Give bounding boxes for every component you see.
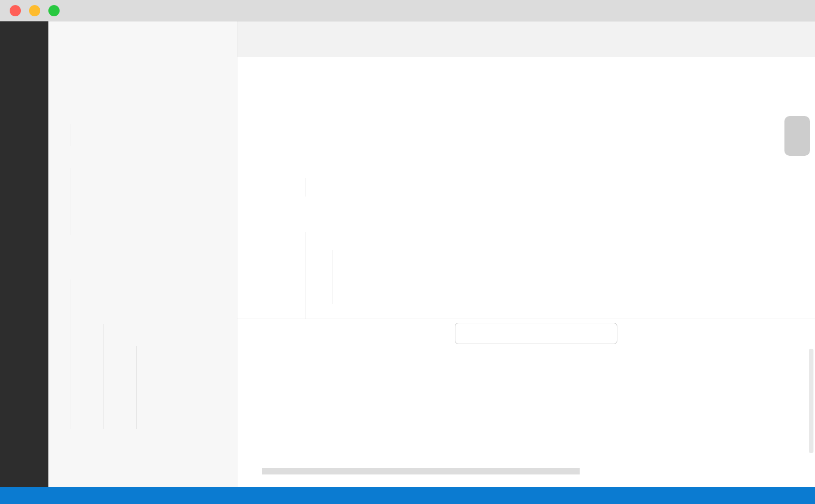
editor-scrollbar[interactable] — [784, 116, 810, 156]
activity-bar — [0, 21, 48, 487]
window-title — [0, 0, 815, 21]
titlebar[interactable] — [0, 0, 815, 21]
panel-horizontal-scrollbar[interactable] — [262, 468, 580, 474]
panel-header — [237, 319, 815, 347]
sidebar-explorer — [48, 21, 237, 487]
indent-guide — [333, 250, 333, 304]
vscode-window — [0, 0, 815, 504]
indent-guide — [306, 232, 306, 319]
status-bar — [0, 487, 815, 504]
bottom-panel — [237, 319, 815, 487]
minimap[interactable] — [716, 57, 774, 319]
panel-vertical-scrollbar[interactable] — [809, 349, 813, 453]
indent-guide — [306, 178, 306, 197]
indent-guide — [70, 168, 70, 235]
indent-guide — [70, 124, 70, 146]
code-editor[interactable] — [237, 57, 815, 319]
indent-guide — [136, 346, 137, 429]
editor-tab-bar — [237, 21, 815, 57]
indent-guide — [103, 324, 103, 429]
explorer-header — [48, 21, 237, 57]
indent-guide — [70, 279, 70, 429]
output-channel-select[interactable] — [455, 323, 617, 344]
